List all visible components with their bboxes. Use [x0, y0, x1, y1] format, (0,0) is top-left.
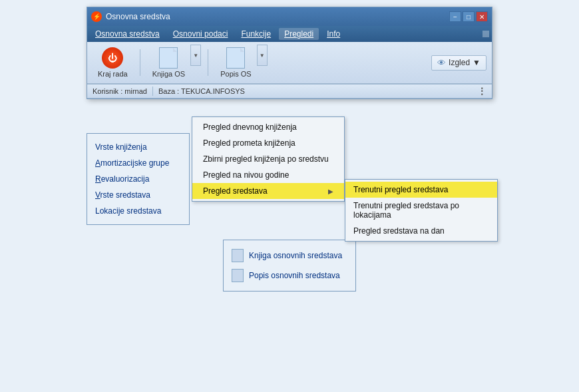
- status-divider: [152, 87, 153, 96]
- title-controls: − □ ✕: [449, 11, 488, 22]
- dropdown-item-zbirni[interactable]: Zbirni pregled knjiženja po sredstvu: [192, 151, 344, 167]
- submenu-item-trenutni-pregled[interactable]: Trenutni pregled sredstava: [345, 182, 497, 198]
- popis-os-button[interactable]: Popis OS: [215, 45, 256, 81]
- item-label: V: [95, 190, 100, 200]
- left-panel: Vrste knjiženja Amortizacijske grupe Rev…: [87, 133, 190, 225]
- popis-os-label: Popis OS: [220, 70, 251, 78]
- knjiga-os-label: Knjiga OS: [152, 70, 186, 78]
- item-label: Pregled na nivou godine: [203, 170, 289, 180]
- toolbar-right: 👁 Izgled ▼: [431, 55, 486, 71]
- app-icon: ⚡: [91, 11, 102, 22]
- popis-icon: [232, 269, 244, 282]
- left-panel-item-lokacije[interactable]: Lokacije sredstava: [87, 203, 189, 219]
- knjiga-os-dropdown[interactable]: ▼: [190, 45, 201, 66]
- left-panel-item-revalorizacija[interactable]: Revaluorizacija: [87, 171, 189, 187]
- menu-item-info[interactable]: Info: [321, 28, 345, 40]
- left-panel-item-vrste-knjizenja[interactable]: Vrste knjiženja: [87, 139, 189, 155]
- item-label: R: [95, 174, 101, 184]
- submenu-item-na-dan[interactable]: Pregled sredstava na dan: [345, 223, 497, 239]
- title-bar: ⚡ Osnovna sredstva − □ ✕: [87, 7, 492, 26]
- menu-label: Info: [327, 29, 340, 39]
- menu-item-osnovna-sredstva[interactable]: Osnovna sredstva: [90, 28, 165, 40]
- menu-bar: Osnovna sredstva Osnovni podaci Funkcije…: [87, 26, 492, 42]
- toolbar-separator-2: [208, 49, 208, 76]
- left-panel-item-amortizacijske[interactable]: Amortizacijske grupe: [87, 155, 189, 171]
- view-button[interactable]: 👁 Izgled ▼: [431, 55, 486, 71]
- bottom-panel-item-popis[interactable]: Popis osnovnih sredstava: [224, 266, 355, 286]
- db-label: Baza : TEKUCA.INFOSYS: [158, 87, 245, 95]
- item-label: Pregled sredstava: [203, 186, 268, 196]
- menu-label: Osnovni podaci: [173, 29, 228, 39]
- knjiga-os-icon: [159, 47, 178, 69]
- pregled-sredstava-submenu: Trenutni pregled sredstava Trenutni preg…: [345, 179, 498, 242]
- status-bar: Korisnik : mirnad Baza : TEKUCA.INFOSYS …: [87, 84, 492, 98]
- bottom-panel-item-knjiga[interactable]: Knjiga osnovnih sredstava: [224, 246, 355, 266]
- minimize-button[interactable]: −: [449, 11, 461, 22]
- menu-label: Funkcije: [241, 29, 271, 39]
- toolbar: ⏻ Kraj rada Knjiga OS ▼ Popis OS ▼ 👁 Izg…: [87, 42, 492, 84]
- menu-label: Osnovna sredstva: [95, 29, 160, 39]
- maximize-button[interactable]: □: [463, 11, 475, 22]
- user-label: Korisnik : mirnad: [93, 87, 147, 95]
- view-label: Izgled: [449, 58, 470, 67]
- kraj-rada-button[interactable]: ⏻ Kraj rada: [93, 45, 133, 81]
- menu-label: Pregledi: [284, 29, 313, 39]
- title-bar-left: ⚡ Osnovna sredstva: [91, 11, 170, 22]
- item-label-rest: rste sredstava: [100, 190, 150, 200]
- submenu-arrow-icon: ▶: [328, 188, 333, 195]
- close-button[interactable]: ✕: [476, 11, 488, 22]
- submenu-item-po-lokacijama[interactable]: Trenutni pregled sredstava po lokacijama: [345, 198, 497, 223]
- popis-os-icon: [226, 47, 245, 69]
- dropdown-item-nivo-godine[interactable]: Pregled na nivou godine: [192, 167, 344, 183]
- item-label: Zbirni pregled knjiženja po sredstvu: [203, 154, 329, 164]
- knjiga-icon: [232, 249, 244, 262]
- toolbar-separator-1: [140, 49, 140, 76]
- dropdown-item-pregled-sredstava[interactable]: Pregled sredstava ▶: [192, 183, 344, 199]
- menu-item-osnovni-podaci[interactable]: Osnovni podaci: [168, 28, 234, 40]
- eye-icon: 👁: [437, 58, 446, 68]
- window-title: Osnovna sredstva: [106, 12, 170, 21]
- menu-item-pregledi[interactable]: Pregledi: [279, 28, 319, 40]
- main-window: ⚡ Osnovna sredstva − □ ✕ Osnovna sredstv…: [87, 7, 492, 99]
- kraj-rada-label: Kraj rada: [98, 70, 128, 78]
- item-label: Knjiga osnovnih sredstava: [249, 251, 342, 260]
- bottom-panel: Knjiga osnovnih sredstava Popis osnovnih…: [223, 240, 356, 292]
- item-label-rest: evaluorizacija: [101, 174, 150, 184]
- knjiga-os-button[interactable]: Knjiga OS: [147, 45, 191, 81]
- item-label: Pregled prometa knjiženja: [203, 138, 295, 148]
- dropdown-item-promet[interactable]: Pregled prometa knjiženja: [192, 135, 344, 151]
- popis-os-dropdown[interactable]: ▼: [257, 45, 268, 66]
- kraj-rada-icon: ⏻: [102, 47, 123, 69]
- status-dots: ⋮: [477, 87, 486, 96]
- menu-bar-grip[interactable]: [482, 31, 489, 37]
- menu-item-funkcije[interactable]: Funkcije: [236, 28, 276, 40]
- item-label: Lokacije sredstava: [95, 206, 161, 216]
- pregledi-dropdown-menu: Pregled dnevnog knjiženja Pregled promet…: [192, 116, 345, 202]
- item-label: Popis osnovnih sredstava: [249, 271, 340, 280]
- dropdown-item-dnevno[interactable]: Pregled dnevnog knjiženja: [192, 119, 344, 135]
- item-label: A: [95, 158, 100, 168]
- item-label-rest: mortizacijske grupe: [100, 158, 169, 168]
- item-label: Trenutni pregled sredstava po lokacijama: [353, 201, 459, 220]
- item-label: Vrste knjiženja: [95, 142, 147, 152]
- item-label: Pregled sredstava na dan: [353, 226, 445, 236]
- view-dropdown-arrow: ▼: [473, 58, 481, 67]
- item-label: Pregled dnevnog knjiženja: [203, 122, 297, 132]
- left-panel-item-vrste-sredstava[interactable]: Vrste sredstava: [87, 187, 189, 203]
- item-label: Trenutni pregled sredstava: [353, 185, 448, 194]
